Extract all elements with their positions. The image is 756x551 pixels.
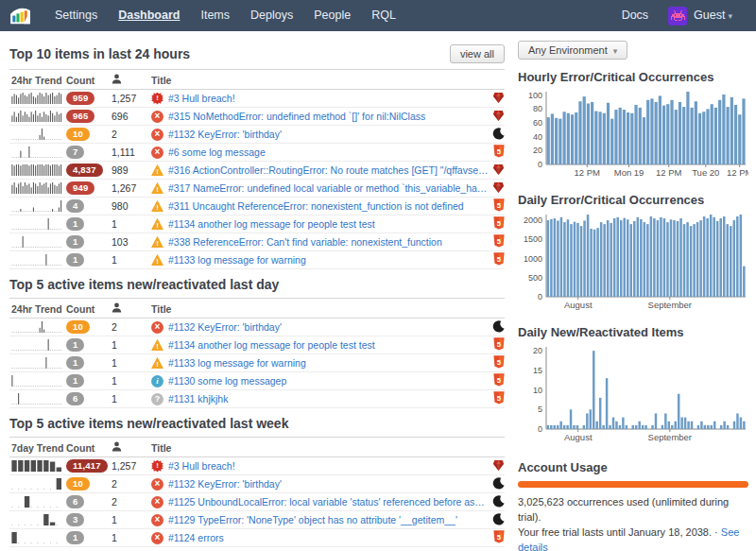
item-title: #1134 another log message for people tes… [168,339,490,351]
item-title-link[interactable]: #1132 KeyError: 'birthday' [168,478,490,490]
ruby-icon [490,459,505,474]
occurrence-badge: 7 [66,146,112,159]
person-icon [112,302,151,315]
nav-dashboard[interactable]: Dashboard [108,0,190,31]
item-title-link[interactable]: #311 Uncaught ReferenceError: nonexisten… [168,200,490,212]
occurrence-badge: 965 [66,110,112,123]
svg-text:5: 5 [497,533,502,542]
item-row: 102×#1132 KeyError: 'birthday' [9,126,505,144]
svg-text:100: 100 [528,91,542,100]
occurrence-badge: 4,837 [66,164,112,177]
item-title-link[interactable]: #6 some log message [168,146,490,158]
item-title: #1125 UnboundLocalError: local variable … [168,496,490,508]
people-count: 1 [112,218,151,230]
trend-sparkline [11,92,62,104]
item-row: 102×#1132 KeyError: 'birthday' [9,319,505,336]
item-title: #317 NameError: undefined local variable… [168,182,490,194]
item-row: 11!#1133 log message for warning5 [9,354,505,372]
table-header: 7day Trend Count Title [9,437,505,457]
occurrence-badge: 10 [66,477,112,491]
item-title-link[interactable]: #1132 KeyError: 'birthday' [168,321,490,333]
item-title-link[interactable]: #1132 KeyError: 'birthday' [168,129,490,140]
occurrence-badge: 11,417 [66,459,112,473]
flask-icon [490,128,505,142]
svg-text:0: 0 [538,160,542,169]
item-title-link[interactable]: #1133 log message for warning [168,254,490,266]
item-title-link[interactable]: #317 NameError: undefined local variable… [168,182,490,194]
count-badge: 3 [66,513,84,526]
warning-level-icon: ! [151,200,168,213]
svg-text:5: 5 [538,405,542,414]
ruby-icon [490,92,505,106]
count-badge: 949 [66,181,94,195]
debug-level-icon: ? [151,393,168,405]
item-row: 62×#1125 UnboundLocalError: local variab… [9,493,505,511]
trend-sparkline [11,495,62,508]
svg-text:5: 5 [497,219,502,228]
item-title-link[interactable]: #338 ReferenceError: Can't find variable… [168,236,490,248]
item-row: 4980!#311 Uncaught ReferenceError: nonex… [9,198,505,215]
warning-level-icon: ! [151,254,168,267]
critical-level-icon: ! [151,93,168,105]
nav-deploys[interactable]: Deploys [240,0,303,31]
warning-level-icon: ! [151,339,168,352]
item-row: 9591,257!#3 Hull breach! [9,90,505,108]
item-title-link[interactable]: #1131 khjkjhk [168,393,490,405]
item-title: #338 ReferenceError: Can't find variable… [168,236,490,248]
trend-sparkline [11,356,62,369]
html5-icon: 5 [490,234,505,250]
trend-sparkline [11,181,62,194]
item-title-link[interactable]: #1129 TypeError: 'NoneType' object has n… [168,514,490,525]
col-title: Title [151,75,505,86]
svg-text:2000: 2000 [524,215,542,225]
svg-text:5: 5 [497,394,502,403]
nav-settings[interactable]: Settings [44,0,108,31]
item-title-link[interactable]: #315 NoMethodError: undefined method `[]… [168,111,490,122]
environment-selector[interactable]: Any Environment ▾ [518,41,627,60]
user-menu[interactable]: Guest▾ [694,0,743,32]
item-title-link[interactable]: #1134 another log message for people tes… [168,218,490,230]
rollbar-logo-icon[interactable] [9,7,31,25]
count-badge: 7 [66,146,84,159]
item-title-link[interactable]: #1124 errors [168,532,490,543]
nav-items[interactable]: Items [190,0,240,31]
chevron-down-icon: ▾ [728,11,732,21]
occurrence-badge: 4 [66,199,112,213]
item-title-link[interactable]: #1130 some log messagep [168,375,490,387]
avatar[interactable] [668,7,687,26]
separator: · [714,526,718,538]
svg-text:20: 20 [533,346,542,355]
item-row: 71,111×#6 some log message5 [9,144,505,162]
people-count: 989 [112,164,151,176]
nav-docs[interactable]: Docs [611,0,659,31]
item-title-link[interactable]: #316 ActionController::RoutingError: No … [168,164,490,176]
warning-level-icon: ! [151,357,168,370]
ruby-icon [490,164,505,178]
count-badge: 4 [66,199,84,213]
item-title-link[interactable]: #3 Hull breach! [168,93,490,104]
svg-text:5: 5 [497,340,502,349]
item-title-link[interactable]: #1125 UnboundLocalError: local variable … [168,496,490,508]
item-title: #1131 khjkjhk [168,393,490,405]
item-title-link[interactable]: #1133 log message for warning [168,357,490,369]
col-title: Title [151,442,505,454]
nav-rql[interactable]: RQL [361,0,406,31]
item-title-link[interactable]: #1134 another log message for people tes… [168,339,490,351]
item-title-link[interactable]: #3 Hull breach! [168,460,490,472]
occurrence-badge: 3 [66,513,112,526]
warning-level-icon: ! [151,218,168,231]
trend-sparkline [11,146,62,158]
trend-sparkline [11,459,62,472]
view-all-button[interactable]: view all [450,44,505,63]
item-row: 11!#1133 log message for warning5 [9,251,505,269]
error-level-icon: × [151,146,168,159]
flask-icon [490,513,505,527]
svg-text:15: 15 [533,366,542,375]
flask-icon [490,477,505,491]
trend-cell [9,164,66,178]
nav-people[interactable]: People [303,0,361,31]
count-badge: 10 [66,320,90,334]
item-row: 102×#1132 KeyError: 'birthday' [9,475,505,493]
people-count: 980 [112,200,151,212]
item-title: #1129 TypeError: 'NoneType' object has n… [168,514,490,525]
